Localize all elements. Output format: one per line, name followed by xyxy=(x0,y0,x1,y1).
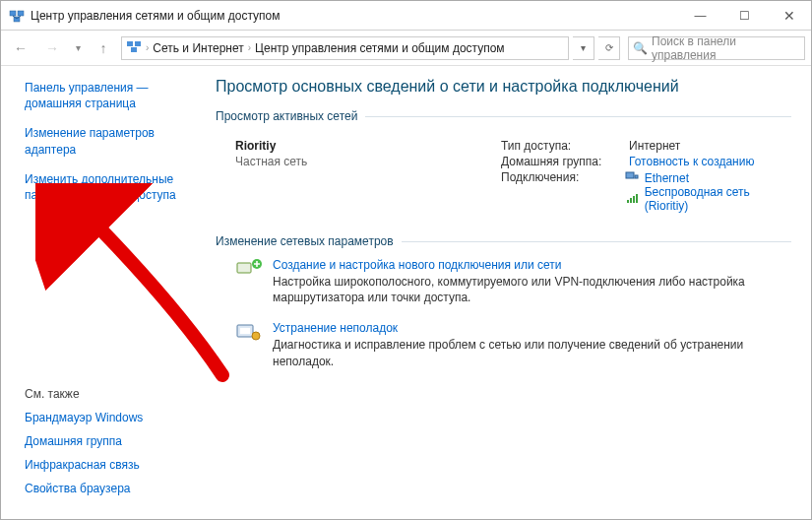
refresh-button[interactable]: ⟳ xyxy=(598,36,620,60)
breadcrumb-item-2[interactable]: Центр управления сетями и общим доступом xyxy=(255,41,505,55)
svg-rect-8 xyxy=(626,172,634,178)
sidebar: Панель управления — домашняя страница Из… xyxy=(1,66,206,519)
minimize-button[interactable]: — xyxy=(678,1,722,30)
seealso-firewall[interactable]: Брандмауэр Windows xyxy=(25,411,190,424)
forward-button[interactable]: → xyxy=(38,34,66,62)
sidebar-home[interactable]: Панель управления — домашняя страница xyxy=(25,81,149,110)
connection-ethernet[interactable]: Ethernet xyxy=(645,171,689,185)
active-network-row: Rioritiy Частная сеть Тип доступа: Интер… xyxy=(216,133,791,228)
action-new-connection: Создание и настройка нового подключения … xyxy=(235,258,791,305)
homegroup-label: Домашняя группа: xyxy=(501,155,629,168)
svg-rect-7 xyxy=(131,47,137,52)
connections-label: Подключения: xyxy=(501,170,625,213)
page-heading: Просмотр основных сведений о сети и наст… xyxy=(216,78,791,96)
recent-dropdown[interactable]: ▾ xyxy=(70,34,86,62)
close-button[interactable]: ✕ xyxy=(767,1,811,30)
breadcrumb-item-1[interactable]: Сеть и Интернет xyxy=(153,41,243,55)
seealso-heading: См. также xyxy=(25,387,190,401)
breadcrumb-dropdown[interactable]: ▾ xyxy=(573,36,594,60)
search-placeholder: Поиск в панели управления xyxy=(652,34,800,62)
access-type-value: Интернет xyxy=(629,139,680,153)
back-button[interactable]: ← xyxy=(7,34,34,62)
sidebar-item-adapter-settings[interactable]: Изменение параметров адаптера xyxy=(25,126,155,156)
breadcrumb[interactable]: › Сеть и Интернет › Центр управления сет… xyxy=(121,36,569,60)
svg-rect-0 xyxy=(10,11,16,16)
svg-rect-14 xyxy=(237,263,251,273)
seealso-infrared[interactable]: Инфракрасная связь xyxy=(25,458,190,472)
app-icon xyxy=(9,8,25,24)
troubleshoot-icon xyxy=(235,321,263,343)
address-bar: ← → ▾ ↑ › Сеть и Интернет › Центр управл… xyxy=(1,31,811,66)
seealso-homegroup[interactable]: Домашняя группа xyxy=(25,434,190,448)
svg-point-18 xyxy=(252,332,260,340)
window-title: Центр управления сетями и общим доступом xyxy=(31,9,678,23)
connection-wifi[interactable]: Беспроводная сеть (Rioritiy) xyxy=(645,185,791,213)
search-input[interactable]: 🔍 Поиск в панели управления xyxy=(628,36,805,60)
svg-rect-1 xyxy=(18,11,24,16)
chevron-right-icon: › xyxy=(248,42,251,53)
action-new-connection-link[interactable]: Создание и настройка нового подключения … xyxy=(273,258,562,272)
chevron-right-icon: › xyxy=(146,42,149,53)
action-troubleshoot: Устранение неполадок Диагностика и испра… xyxy=(235,321,791,368)
action-new-connection-desc: Настройка широкополосного, коммутируемог… xyxy=(273,274,791,305)
group-change-settings: Изменение сетевых параметров xyxy=(216,234,394,248)
sidebar-item-advanced-sharing[interactable]: Изменить дополнительные параметры общего… xyxy=(25,172,176,202)
network-type: Частная сеть xyxy=(235,155,501,168)
maximize-button[interactable]: ☐ xyxy=(722,1,767,30)
seealso-browser[interactable]: Свойства браузера xyxy=(25,482,190,495)
svg-rect-17 xyxy=(240,328,250,334)
action-troubleshoot-desc: Диагностика и исправление проблем с сеть… xyxy=(273,337,791,368)
group-active-networks: Просмотр активных сетей xyxy=(216,109,357,123)
access-type-label: Тип доступа: xyxy=(501,139,629,153)
network-name: Rioritiy xyxy=(235,139,501,153)
action-troubleshoot-link[interactable]: Устранение неполадок xyxy=(273,321,398,335)
homegroup-link[interactable]: Готовность к созданию xyxy=(629,155,754,168)
svg-rect-6 xyxy=(135,41,141,46)
svg-rect-13 xyxy=(636,194,638,203)
svg-rect-5 xyxy=(127,41,133,46)
window-controls: — ☐ ✕ xyxy=(678,1,811,30)
new-connection-icon xyxy=(235,258,263,280)
svg-rect-12 xyxy=(633,196,635,203)
up-button[interactable]: ↑ xyxy=(90,34,117,62)
wifi-icon xyxy=(625,192,639,207)
svg-rect-9 xyxy=(635,175,638,178)
search-icon: 🔍 xyxy=(633,41,648,55)
svg-rect-11 xyxy=(630,198,632,203)
svg-rect-10 xyxy=(627,200,629,203)
ethernet-icon xyxy=(625,170,639,185)
breadcrumb-icon xyxy=(126,38,142,57)
main-content: Просмотр основных сведений о сети и наст… xyxy=(206,66,811,519)
title-bar: Центр управления сетями и общим доступом… xyxy=(1,1,811,31)
